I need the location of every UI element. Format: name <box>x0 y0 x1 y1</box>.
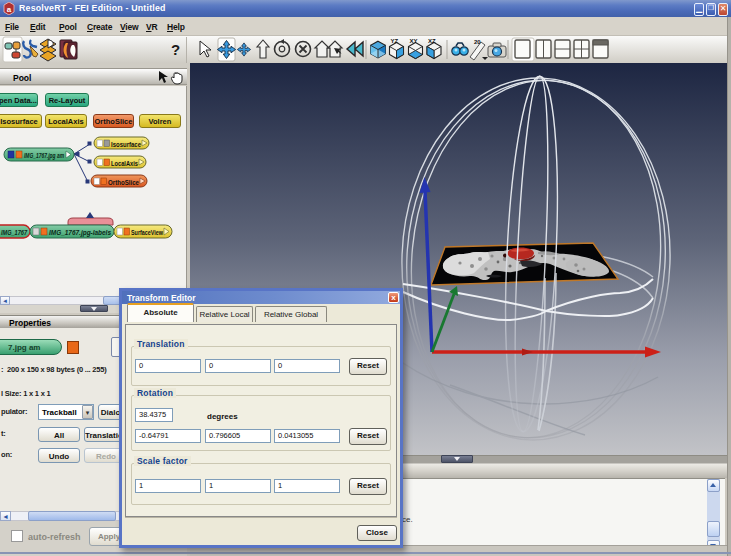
svg-text:Isosurface: Isosurface <box>111 141 141 148</box>
svg-text:IMG_1767.jpg am: IMG_1767.jpg am <box>24 152 64 160</box>
svg-text:LocalAxis: LocalAxis <box>111 160 138 167</box>
svg-text:YZ: YZ <box>391 38 399 44</box>
svg-text:XY: XY <box>410 38 418 44</box>
svg-text:SurfaceView: SurfaceView <box>131 229 163 236</box>
svg-text:?: ? <box>171 41 180 58</box>
svg-text:IMG_1767.jpg-labels: IMG_1767.jpg-labels <box>49 229 111 237</box>
svg-text:OrthoSlice: OrthoSlice <box>108 179 139 186</box>
svg-text:20: 20 <box>474 39 481 45</box>
svg-text:a: a <box>7 5 12 14</box>
svg-text:IMG_1767: IMG_1767 <box>1 229 28 236</box>
svg-text:XZ: XZ <box>428 38 436 44</box>
